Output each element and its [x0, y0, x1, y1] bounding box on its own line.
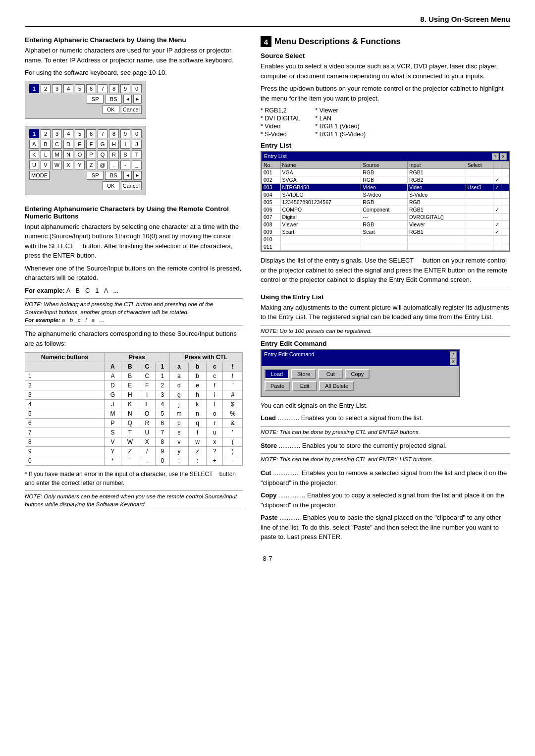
kb-Y[interactable]: Y: [75, 161, 85, 169]
section-number: 4: [261, 36, 271, 47]
kb-key-3[interactable]: 3: [52, 84, 62, 93]
kb-a0[interactable]: 0: [132, 129, 142, 138]
kb-ok2[interactable]: OK: [103, 181, 119, 190]
table-row[interactable]: 007Digital---DVROIGITAL(): [262, 214, 509, 221]
table-row[interactable]: 010: [262, 236, 509, 243]
kb-a7[interactable]: 7: [98, 129, 107, 138]
kb-K[interactable]: K: [29, 150, 39, 159]
entry-edit-help-btn[interactable]: ?: [450, 351, 457, 358]
kb-D[interactable]: D: [63, 140, 73, 149]
kb-a2[interactable]: 2: [41, 129, 51, 138]
kb-key-7[interactable]: 7: [98, 84, 107, 93]
kb-a9[interactable]: 9: [120, 129, 130, 138]
kb-P[interactable]: P: [86, 150, 96, 159]
kb-I[interactable]: I: [120, 140, 130, 149]
entry-edit-btn-copy[interactable]: Copy: [345, 369, 370, 379]
kb-key-5[interactable]: 5: [75, 84, 85, 93]
kb-M[interactable]: M: [52, 150, 62, 159]
kb-sp2[interactable]: SP: [87, 171, 104, 180]
kb-right2[interactable]: ►: [133, 171, 142, 180]
kb-F[interactable]: F: [86, 140, 96, 149]
kb-T[interactable]: T: [132, 150, 142, 159]
table-row[interactable]: 011: [262, 243, 509, 251]
kb-bs2[interactable]: BS: [105, 171, 122, 180]
el-col-name: Name: [280, 162, 361, 169]
kb-S[interactable]: S: [120, 150, 130, 159]
keyboard-numeric: 1 2 3 4 5 6 7 8 9 0 SP BS ◄ ►: [25, 81, 146, 119]
kb-cancel2[interactable]: Cancel: [121, 181, 142, 190]
kb-V[interactable]: V: [41, 161, 51, 169]
table-cell: Q: [121, 419, 139, 428]
table-row[interactable]: 001VGARGBRGB1: [262, 169, 509, 176]
kb-key-sp[interactable]: SP: [87, 95, 104, 104]
kb-A[interactable]: A: [29, 140, 39, 149]
kb-key-right[interactable]: ►: [133, 95, 142, 104]
kb-a3[interactable]: 3: [52, 129, 62, 138]
kb-key-bs[interactable]: BS: [105, 95, 122, 104]
entry-edit-btn-store[interactable]: Store: [291, 369, 316, 379]
table-row[interactable]: 009ScartScartRGB1✓: [262, 228, 509, 236]
kb-Q[interactable]: Q: [98, 150, 107, 159]
kb-a5[interactable]: 5: [75, 129, 85, 138]
kb-dot[interactable]: .: [109, 161, 119, 169]
kb-key-8[interactable]: 8: [109, 84, 119, 93]
el-cell-check1: [493, 191, 501, 199]
kb-B[interactable]: B: [41, 140, 51, 149]
kb-key-2[interactable]: 2: [41, 84, 51, 93]
kb-W[interactable]: W: [52, 161, 62, 169]
kb-G[interactable]: G: [98, 140, 107, 149]
kb-a4[interactable]: 4: [63, 129, 73, 138]
kb-underscore[interactable]: _: [132, 161, 142, 169]
el-cell-scroll: [501, 176, 509, 184]
kb-key-left[interactable]: ◄: [123, 95, 132, 104]
entry-edit-btn-load[interactable]: Load: [265, 369, 289, 379]
el-cell-select: [466, 236, 493, 243]
entry-edit-btn-all-delete[interactable]: All Delete: [319, 381, 354, 391]
entry-edit-btn-edit[interactable]: Edit: [292, 381, 317, 391]
kb-mode[interactable]: MODE: [29, 171, 50, 180]
kb-left2[interactable]: ◄: [123, 171, 132, 180]
for-example: For example: A B C 1 A ...: [25, 286, 243, 296]
table-cell: !: [223, 372, 243, 381]
kb-key-9[interactable]: 9: [120, 84, 130, 93]
table-cell: x: [207, 437, 223, 447]
table-row[interactable]: 006COMPOComponentRGB1✓: [262, 206, 509, 214]
win-help-btn[interactable]: ?: [492, 153, 499, 160]
kb-at[interactable]: @: [98, 161, 107, 169]
kb-E[interactable]: E: [75, 140, 85, 149]
table-cell: h: [189, 390, 207, 400]
kb-a8[interactable]: 8: [109, 129, 119, 138]
source-item: * LAN: [315, 115, 366, 122]
entry-edit-close-btn[interactable]: ✕: [450, 358, 457, 365]
table-row[interactable]: 004S-VIDEOS-VideoS-Video: [262, 191, 509, 199]
kb-Z[interactable]: Z: [86, 161, 96, 169]
kb-dash[interactable]: -: [120, 161, 130, 169]
kb-H[interactable]: H: [109, 140, 119, 149]
kb-C[interactable]: C: [52, 140, 62, 149]
table-row[interactable]: 00512345678901234567RGBRGB: [262, 199, 509, 206]
kb-L[interactable]: L: [41, 150, 51, 159]
entry-edit-btn-cut[interactable]: Cut: [318, 369, 343, 379]
kb-U[interactable]: U: [29, 161, 39, 169]
win-close-btn[interactable]: ✕: [500, 153, 507, 160]
kb-O[interactable]: O: [75, 150, 85, 159]
kb-key-6[interactable]: 6: [86, 84, 96, 93]
entry-edit-btn-paste[interactable]: Paste: [265, 381, 290, 391]
kb-key-0[interactable]: 0: [132, 84, 142, 93]
kb-N[interactable]: N: [63, 150, 73, 159]
table-row[interactable]: 002SVGARGBRGB2✓: [262, 176, 509, 184]
kb-a6[interactable]: 6: [86, 129, 96, 138]
kb-key-1[interactable]: 1: [29, 84, 39, 93]
kb-key-4[interactable]: 4: [63, 84, 73, 93]
el-cell-scroll: [501, 169, 509, 176]
kb-key-ok[interactable]: OK: [103, 105, 119, 114]
el-cell-no: 005: [262, 199, 281, 206]
kb-a1[interactable]: 1: [29, 129, 39, 138]
kb-J[interactable]: J: [132, 140, 142, 149]
kb-key-cancel[interactable]: Cancel: [121, 105, 142, 114]
source-item: * S-Video: [261, 131, 300, 138]
table-row[interactable]: 003NTRGB458VideoVideoUser3✓: [262, 184, 509, 191]
table-row[interactable]: 008ViewerRGBViewer✓: [262, 221, 509, 228]
kb-X[interactable]: X: [63, 161, 73, 169]
kb-R[interactable]: R: [109, 150, 119, 159]
